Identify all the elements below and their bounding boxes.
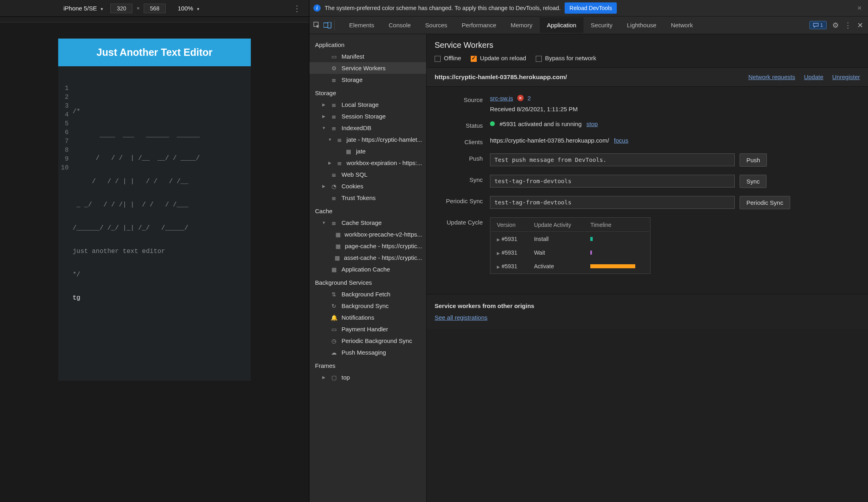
offline-checkbox[interactable]: Offline <box>435 55 461 62</box>
sidebar-item-app-cache[interactable]: ▦Application Cache <box>309 263 426 275</box>
chevron-down-icon <box>195 5 199 12</box>
table-row[interactable]: ▶#5931 Install <box>491 233 649 245</box>
tab-memory[interactable]: Memory <box>503 17 539 33</box>
sidebar-item-page-cache[interactable]: ▦page-cache - https://cryptic... <box>309 240 426 252</box>
see-all-registrations-link[interactable]: See all registrations <box>435 314 488 321</box>
error-count[interactable]: 2 <box>528 95 531 102</box>
sidebar-item-session-storage[interactable]: ▶≣Session Storage <box>309 110 426 122</box>
inspect-icon[interactable] <box>312 20 322 31</box>
section-application: Application <box>309 37 426 51</box>
source-file-link[interactable]: src-sw.js <box>490 95 513 102</box>
sync-button[interactable]: Sync <box>740 175 766 188</box>
sidebar-item-websql[interactable]: ≣Web SQL <box>309 169 426 180</box>
table-icon: ▦ <box>335 243 341 249</box>
reload-devtools-button[interactable]: Reload DevTools <box>565 2 617 14</box>
sidebar-item-notifications[interactable]: 🔔Notifications <box>309 312 426 323</box>
sidebar-item-local-storage[interactable]: ▶≣Local Storage <box>309 99 426 110</box>
col-activity: Update Activity <box>529 218 584 232</box>
focus-link[interactable]: focus <box>614 137 628 144</box>
stop-link[interactable]: stop <box>586 120 598 127</box>
update-link[interactable]: Update <box>804 73 823 80</box>
tab-console[interactable]: Console <box>382 17 418 33</box>
sidebar-item-cache-storage[interactable]: ▼≣Cache Storage <box>309 217 426 229</box>
table-row[interactable]: ▶#5931 Wait <box>491 246 649 259</box>
sidebar-item-bg-sync[interactable]: ↻Background Sync <box>309 300 426 312</box>
clients-label: Clients <box>435 137 483 145</box>
sidebar-item-asset-cache[interactable]: ▦asset-cache - https://cryptic... <box>309 252 426 263</box>
kebab-menu-icon[interactable]: ⋮ <box>289 4 305 13</box>
network-requests-link[interactable]: Network requests <box>748 73 795 80</box>
sidebar-item-payment[interactable]: ▭Payment Handler <box>309 323 426 335</box>
gear-icon[interactable]: ⚙ <box>832 21 839 30</box>
table-row[interactable]: ▶#5931 Activate <box>491 260 649 273</box>
database-icon: ≣ <box>330 220 337 226</box>
device-name: iPhone 5/SE <box>63 5 97 12</box>
sidebar-item-cookies[interactable]: ▶◔Cookies <box>309 180 426 192</box>
device-viewport: Just Another Text Editor 12345678910 /* … <box>58 39 251 381</box>
push-button[interactable]: Push <box>740 153 767 167</box>
sidebar-item-workbox-db[interactable]: ▶≣workbox-expiration - https:... <box>309 157 426 169</box>
periodic-sync-button[interactable]: Periodic Sync <box>740 196 790 209</box>
tab-lighthouse[interactable]: Lighthouse <box>620 17 663 33</box>
tabstrip: Elements Console Sources Performance Mem… <box>309 16 868 34</box>
svg-rect-2 <box>328 22 331 28</box>
update-on-reload-checkbox[interactable]: Update on reload <box>471 55 526 62</box>
ruler <box>0 17 309 22</box>
gear-icon: ⚙ <box>330 65 337 71</box>
sidebar-item-service-workers[interactable]: ⚙Service Workers <box>309 62 426 74</box>
kebab-icon[interactable]: ⋮ <box>844 21 852 30</box>
error-icon: ✕ <box>517 95 524 101</box>
timeline-bar <box>590 237 593 241</box>
cookie-icon: ◔ <box>330 184 337 189</box>
height-input[interactable] <box>144 4 166 13</box>
unregister-link[interactable]: Unregister <box>832 73 860 80</box>
device-toggle-icon[interactable] <box>322 20 333 31</box>
section-cache: Cache <box>309 204 426 217</box>
sidebar-item-push-msg[interactable]: ☁Push Messaging <box>309 347 426 358</box>
push-input[interactable] <box>490 153 735 166</box>
width-input[interactable] <box>110 4 132 13</box>
periodic-sync-input[interactable] <box>490 196 735 209</box>
origin-row: https://cryptic-hamlet-03785.herokuapp.c… <box>427 67 868 87</box>
tab-sources[interactable]: Sources <box>418 17 455 33</box>
sidebar-item-jate-db[interactable]: ▼≣jate - https://cryptic-hamlet... <box>309 134 426 145</box>
card-icon: ▭ <box>330 327 337 332</box>
sidebar-item-top-frame[interactable]: ▶▢top <box>309 371 426 383</box>
close-icon[interactable]: ✕ <box>857 21 863 30</box>
sidebar-item-precache[interactable]: ▦workbox-precache-v2-https... <box>309 229 426 240</box>
bell-icon: 🔔 <box>330 315 337 320</box>
code-lines: /* ____ ___ ______ ______ / / / | /__ __… <box>73 69 200 378</box>
timeline-bar <box>590 264 635 268</box>
sidebar-item-indexeddb[interactable]: ▼≣IndexedDB <box>309 122 426 134</box>
close-icon[interactable]: × <box>855 4 864 12</box>
bypass-network-checkbox[interactable]: Bypass for network <box>536 55 596 62</box>
sidebar-item-manifest[interactable]: ▭Manifest <box>309 51 426 62</box>
dimension-separator: × <box>136 5 140 11</box>
sync-icon: ↻ <box>330 303 337 309</box>
zoom-select[interactable]: 100% <box>178 5 199 12</box>
sidebar-item-periodic-bg[interactable]: ◷Periodic Background Sync <box>309 335 426 347</box>
sidebar-item-bg-fetch[interactable]: ⇅Background Fetch <box>309 288 426 300</box>
code-editor[interactable]: 12345678910 /* ____ ___ ______ ______ / … <box>58 66 251 381</box>
database-icon: ≣ <box>330 114 337 119</box>
chevron-down-icon <box>99 5 103 12</box>
col-timeline: Timeline <box>585 218 649 232</box>
sidebar-item-trust-tokens[interactable]: ≣Trust Tokens <box>309 192 426 204</box>
tab-security[interactable]: Security <box>583 17 620 33</box>
sync-input[interactable] <box>490 175 735 188</box>
device-select[interactable]: iPhone 5/SE <box>60 3 106 13</box>
tab-performance[interactable]: Performance <box>455 17 504 33</box>
issues-badge[interactable]: 1 <box>809 21 827 29</box>
status-dot-icon <box>490 121 495 126</box>
database-icon: ≣ <box>330 125 337 131</box>
document-icon: ▭ <box>330 54 337 59</box>
sidebar-item-jate-store[interactable]: ▦jate <box>309 145 426 157</box>
database-icon: ≣ <box>336 160 343 166</box>
push-label: Push <box>435 153 483 162</box>
device-toolbar: iPhone 5/SE × 100% ⋮ <box>0 0 309 17</box>
tab-network[interactable]: Network <box>664 17 700 33</box>
sidebar-item-storage[interactable]: ≣Storage <box>309 74 426 86</box>
tab-elements[interactable]: Elements <box>342 17 382 33</box>
infobar: i The system-preferred color scheme has … <box>309 0 868 16</box>
tab-application[interactable]: Application <box>540 17 583 33</box>
